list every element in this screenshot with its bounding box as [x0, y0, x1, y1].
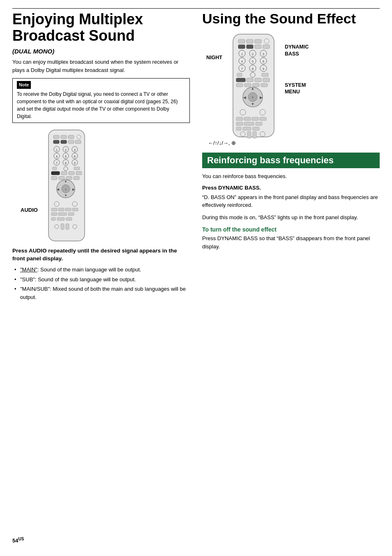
svg-text:1: 1 [241, 53, 243, 56]
svg-rect-108 [236, 117, 243, 120]
list-item: "MAIN/SUB": Mixed sound of both the main… [14, 285, 190, 301]
svg-rect-51 [51, 213, 57, 215]
list-item: "SUB": Sound of the sub language will be… [14, 276, 190, 284]
left-section-title: Enjoying Multiplex Broadcast Sound [12, 11, 190, 44]
nav-label: ←/↑/↓/→, ⊕ [208, 140, 380, 146]
svg-text:▶: ▶ [259, 95, 262, 100]
svg-text:8: 8 [252, 67, 254, 70]
svg-rect-95 [236, 83, 243, 87]
audio-label: AUDIO [21, 207, 38, 213]
svg-rect-8 [75, 140, 81, 144]
svg-rect-56 [66, 218, 72, 220]
svg-text:+: + [251, 95, 254, 100]
svg-rect-6 [61, 140, 67, 144]
right-column: Using the Sound Effect NIGHT [202, 9, 380, 305]
right-section-title: Using the Sound Effect [202, 11, 380, 26]
svg-text:▲: ▲ [251, 86, 254, 90]
dynamic-bass-label: DYNAMICBASS [285, 44, 309, 57]
svg-text:6: 6 [263, 60, 264, 63]
svg-rect-62 [238, 39, 245, 43]
note-box: Note To receive the Dolby Digital signal… [12, 78, 190, 123]
svg-text:9: 9 [74, 162, 76, 164]
page-locale: US [18, 537, 24, 541]
svg-rect-115 [236, 127, 241, 130]
svg-rect-109 [244, 117, 251, 120]
svg-rect-58 [61, 224, 64, 229]
svg-text:9: 9 [263, 67, 264, 70]
svg-rect-54 [51, 218, 55, 220]
svg-text:◀: ◀ [243, 95, 246, 100]
reinforce-text: You can reinforce bass frequencies. [202, 172, 380, 181]
svg-rect-47 [51, 208, 57, 211]
svg-rect-91 [236, 78, 245, 82]
svg-text:7: 7 [56, 162, 58, 164]
svg-text:▼: ▼ [251, 102, 254, 106]
svg-rect-59 [66, 224, 69, 229]
dual-mono-subtitle: (DUAL MONO) [12, 48, 190, 55]
svg-rect-7 [68, 140, 74, 144]
svg-rect-33 [76, 171, 82, 175]
page-footer: 54US [12, 528, 380, 544]
svg-rect-111 [260, 117, 266, 120]
svg-text:2: 2 [65, 148, 67, 151]
svg-rect-1 [53, 135, 59, 139]
svg-rect-29 [74, 167, 80, 170]
svg-text:3: 3 [74, 148, 76, 151]
svg-text:5: 5 [65, 155, 67, 158]
right-remote-svg: 1 2 3 4 5 6 7 8 [225, 32, 282, 139]
svg-rect-30 [51, 171, 60, 175]
svg-rect-90 [262, 73, 268, 76]
svg-rect-52 [58, 213, 67, 215]
svg-text:+: + [65, 188, 67, 191]
bass-section-header: Reinforcing bass frequencies [202, 153, 380, 168]
svg-rect-120 [253, 132, 256, 138]
svg-rect-93 [255, 78, 261, 82]
left-column: Enjoying Multiplex Broadcast Sound (DUAL… [12, 9, 190, 305]
svg-rect-116 [243, 127, 251, 130]
page-number: 54 [12, 537, 18, 544]
svg-text:◀: ◀ [57, 188, 60, 191]
svg-text:7: 7 [241, 67, 243, 70]
left-remote-svg: 1 2 3 4 5 6 7 8 [40, 128, 94, 243]
bass-desc2: During this mode is on, “BASS” lights up… [202, 213, 380, 222]
list-item: "MAIN": Sound of the main language will … [14, 266, 190, 274]
svg-rect-67 [247, 45, 253, 49]
intro-text: You can enjoy multiplex broadcast sound … [12, 58, 190, 74]
svg-rect-119 [247, 132, 251, 138]
svg-rect-49 [65, 208, 71, 211]
svg-rect-2 [61, 135, 67, 139]
svg-rect-63 [247, 39, 253, 43]
svg-rect-92 [247, 78, 253, 82]
svg-text:▲: ▲ [64, 179, 67, 183]
svg-rect-68 [255, 45, 261, 49]
svg-rect-34 [51, 176, 57, 180]
svg-rect-3 [68, 135, 74, 139]
note-text: To receive the Dolby Digital signal, you… [17, 90, 185, 120]
svg-rect-37 [74, 176, 79, 180]
svg-rect-55 [57, 218, 65, 220]
svg-rect-88 [237, 73, 242, 76]
svg-text:5: 5 [252, 60, 254, 63]
svg-rect-35 [59, 176, 65, 180]
svg-text:6: 6 [74, 155, 76, 158]
system-menu-label: SYSTEMMENU [285, 82, 309, 95]
svg-rect-96 [244, 83, 251, 87]
right-remote-area: NIGHT [206, 32, 380, 146]
svg-text:1: 1 [56, 148, 58, 151]
to-turn-off-text: Press DYNAMIC BASS so that “BASS” disapp… [202, 234, 380, 250]
svg-rect-31 [61, 171, 67, 175]
svg-rect-27 [53, 167, 57, 170]
svg-rect-48 [58, 208, 64, 211]
svg-rect-112 [236, 122, 243, 125]
svg-text:4: 4 [241, 60, 243, 63]
svg-rect-98 [261, 83, 267, 87]
night-label: NIGHT [206, 55, 222, 60]
svg-rect-117 [253, 127, 259, 130]
svg-text:3: 3 [263, 53, 264, 56]
note-label: Note [17, 81, 31, 89]
svg-text:▼: ▼ [64, 194, 67, 197]
svg-rect-113 [244, 122, 254, 125]
svg-rect-69 [263, 45, 270, 49]
bass-desc1: “D. BASS ON” appears in the front panel … [202, 193, 380, 209]
svg-text:2: 2 [252, 53, 254, 56]
